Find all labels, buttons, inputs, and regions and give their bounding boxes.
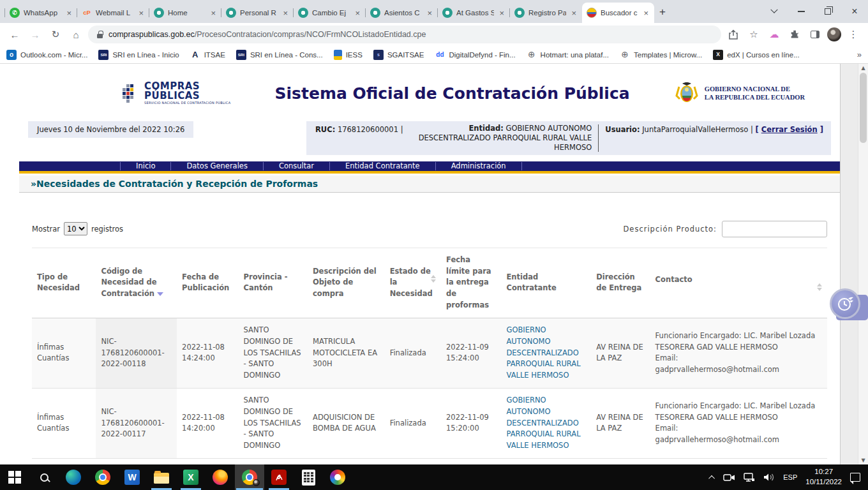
col-descripcion-objeto[interactable]: Descripción del Objeto de compra (308, 248, 385, 318)
tab-close-icon[interactable]: × (642, 8, 650, 18)
taskbar-excel[interactable]: X (176, 464, 206, 490)
taskbar-file-explorer[interactable] (147, 464, 176, 490)
taskbar-edge[interactable] (59, 464, 88, 490)
tab-title: At Gastos S (456, 9, 494, 17)
bookmark-sri-inicio[interactable]: SRI en Línea - Inicio (98, 50, 179, 60)
col-codigo-necesidad[interactable]: Código de Necesidad de Contratación (96, 248, 177, 318)
tab-close-icon[interactable]: × (498, 8, 505, 18)
browser-menu-icon[interactable]: ⋮ (845, 26, 862, 43)
col-tipo-necesidad[interactable]: Tipo de Necesidad (32, 248, 96, 318)
cell-fecha-publicacion: 2022-11-08 14:20:00 (177, 388, 238, 458)
taskbar-calculator[interactable] (294, 464, 323, 490)
action-center-icon[interactable] (850, 473, 860, 482)
taskbar-clock[interactable]: 10:27 10/11/2022 (805, 467, 842, 487)
browser-tab-webmail[interactable]: Webmail L × (77, 3, 149, 23)
bookmark-edx[interactable]: edX | Cursos en líne... (713, 50, 800, 60)
home-icon[interactable]: ⌂ (68, 26, 84, 43)
page-gutter (841, 64, 858, 464)
profile-avatar[interactable] (827, 27, 841, 41)
window-close-button[interactable]: × (841, 0, 868, 23)
side-panel-icon[interactable] (807, 26, 823, 43)
reload-icon[interactable]: ↻ (47, 26, 64, 43)
taskbar-chrome-active[interactable] (235, 464, 264, 490)
col-fecha-limite[interactable]: Fecha límite para la entrega de proforma… (441, 248, 501, 318)
globe-icon: ⊕ (527, 50, 537, 60)
entidad-link[interactable]: GOBIERNO AUTONOMO DESCENTRALIZADO PARROQ… (507, 396, 581, 450)
tab-close-icon[interactable]: × (281, 8, 289, 18)
bookmark-star-icon[interactable]: ☆ (745, 26, 762, 43)
browser-tab-whatsapp[interactable]: WhatsApp × (5, 3, 77, 23)
back-icon[interactable]: ← (6, 26, 23, 43)
bookmark-outlook[interactable]: Outlook.com - Micr... (6, 50, 87, 60)
window-minimize-button[interactable] (788, 0, 814, 23)
browser-tab-home[interactable]: Home × (149, 3, 221, 23)
bookmark-itsae[interactable]: ITSAE (190, 50, 225, 60)
entidad-link[interactable]: GOBIERNO AUTONOMO DESCENTRALIZADO PARROQ… (507, 325, 581, 380)
col-provincia-canton[interactable]: Provincia - Cantón (239, 248, 308, 318)
tab-close-icon[interactable]: × (209, 8, 217, 18)
taskbar-paint[interactable] (323, 464, 352, 490)
tab-close-icon[interactable]: × (137, 8, 145, 18)
nav-item-inicio[interactable]: Inicio (120, 162, 171, 170)
extensions-puzzle-icon[interactable] (786, 26, 803, 43)
url-host: compraspublicas.gob.ec (108, 30, 195, 39)
address-bar[interactable]: compraspublicas.gob.ec/ProcesoContrataci… (88, 26, 721, 43)
hidden-icons-chevron-icon[interactable] (708, 475, 715, 481)
nav-item-entidad-contratante[interactable]: Entidad Contratante (330, 162, 436, 170)
bookmark-sri-consultas[interactable]: SRI en Línea - Cons... (236, 50, 323, 60)
bookmarks-overflow-icon[interactable]: » (857, 50, 862, 59)
window-restore-button[interactable] (814, 0, 841, 23)
site-favicon-icon (514, 8, 525, 18)
acrobat-icon (271, 470, 287, 485)
bookmark-templates[interactable]: ⊕Templates | Microw... (620, 50, 702, 60)
product-description-input[interactable] (722, 221, 827, 237)
col-entidad-contratante[interactable]: Entidad Contratante (502, 248, 592, 318)
scrollbar-thumb[interactable] (860, 73, 867, 143)
page-size-select[interactable]: 10 (64, 222, 87, 235)
meet-camera-icon[interactable] (723, 473, 735, 482)
share-icon[interactable] (725, 26, 742, 43)
tab-close-icon[interactable]: × (426, 8, 433, 18)
col-contacto[interactable]: Contacto (650, 248, 827, 318)
secure-lock-icon[interactable] (97, 34, 103, 38)
page-scrollbar[interactable]: ▲ ▼ (858, 64, 868, 464)
taskbar-chrome[interactable] (88, 464, 117, 490)
tab-search-chevron-icon[interactable] (761, 0, 788, 23)
network-icon[interactable] (744, 473, 755, 482)
browser-tab-cambio[interactable]: Cambio Ej × (294, 3, 366, 23)
scroll-down-icon[interactable]: ▼ (861, 457, 865, 463)
taskbar-firefox[interactable] (206, 464, 235, 490)
nav-item-datos-generales[interactable]: Datos Generales (171, 162, 263, 170)
col-estado-necesidad[interactable]: Estado de la Necesidad (385, 248, 441, 318)
language-indicator[interactable]: ESP (783, 473, 797, 481)
col-direccion-entrega[interactable]: Dirección de Entrega (591, 248, 650, 318)
tab-close-icon[interactable]: × (65, 8, 73, 18)
floating-clock-widget[interactable] (830, 288, 860, 319)
tab-close-icon[interactable]: × (570, 8, 578, 18)
browser-tab-strip: WhatsApp × Webmail L × Home × Personal R… (0, 0, 868, 23)
browser-tab-personal[interactable]: Personal R × (221, 3, 294, 23)
taskbar-search-button[interactable] (29, 464, 59, 490)
bookmark-digitaldefynd[interactable]: DigitalDefynd - Fin... (435, 50, 515, 60)
browser-tab-gastos[interactable]: At Gastos S × (438, 3, 510, 23)
new-tab-button[interactable]: + (659, 6, 666, 19)
logout-link[interactable]: [ Cerrar Sesión ] (755, 125, 823, 134)
scroll-up-icon[interactable]: ▲ (861, 65, 865, 71)
bookmark-iess[interactable]: IESS (334, 50, 363, 60)
speaker-icon[interactable] (763, 473, 775, 482)
browser-tab-asientos[interactable]: Asientos C × (366, 3, 438, 23)
forward-icon[interactable]: → (27, 26, 43, 43)
browser-tab-registro[interactable]: Registro Pa × (510, 3, 582, 23)
col-fecha-publicacion[interactable]: Fecha de Publicación (177, 248, 238, 318)
nav-item-administracion[interactable]: Administración (436, 162, 522, 170)
nav-item-consultar[interactable]: Consultar (264, 162, 330, 170)
taskbar-acrobat[interactable] (264, 464, 294, 490)
start-button[interactable] (0, 464, 29, 490)
extension-cloud-icon[interactable]: ☁ (766, 26, 782, 43)
bookmark-hotmart[interactable]: ⊕Hotmart: una plataf... (527, 50, 609, 60)
bookmark-sgaitsae[interactable]: SGAITSAE (373, 50, 424, 60)
tab-close-icon[interactable]: × (354, 8, 361, 18)
logo-mosaic-icon (130, 92, 133, 95)
browser-tab-buscador-active[interactable]: Buscador c × (582, 3, 654, 23)
taskbar-word[interactable]: W (117, 464, 147, 490)
